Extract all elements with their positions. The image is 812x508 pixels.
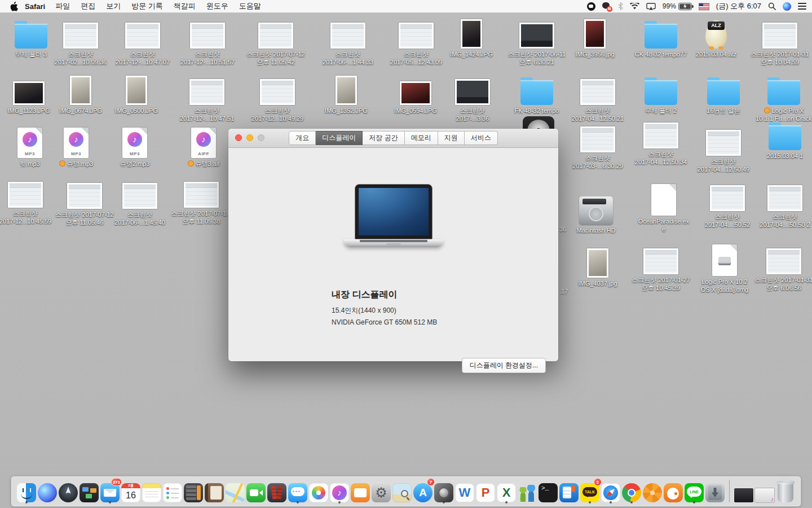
desktop-icon-screenshot-2017-03-6-30-29[interactable]: 스크린샷2017-03-...6.30.29	[565, 120, 630, 170]
dock-downloads[interactable]	[705, 480, 725, 502]
wifi-icon[interactable]	[630, 3, 639, 10]
siri-icon[interactable]	[783, 2, 791, 11]
desktop-icon-screenshot-2017-12-10-51-57[interactable]: 스크린샷2017-12-...10.51.57	[175, 16, 240, 66]
window-tab-3[interactable]: 메모리	[405, 131, 438, 145]
window-tab-2[interactable]: 저장 공간	[363, 131, 404, 145]
desktop-icon-folder-2015-03-04-1[interactable]: 2015.03.04 1	[752, 117, 812, 160]
dock-ibooks[interactable]	[351, 480, 370, 502]
menu-item-2[interactable]: 보기	[106, 1, 121, 11]
menu-item-5[interactable]: 윈도우	[206, 1, 228, 11]
desktop-icon-screenshot-2017-04-50-50-2[interactable]: 스크린샷2017-04....50.50 2	[752, 178, 812, 229]
dock-contacts[interactable]	[205, 480, 224, 502]
desktop-icon-folder-fk-48-32-tempo[interactable]: FK 48-32 tempo	[504, 72, 570, 115]
desktop-icon-alz-2015-03-04[interactable]: 2015.03.04.alz	[683, 16, 749, 58]
dock-notes[interactable]	[142, 480, 161, 502]
kakaotalk-status-icon[interactable]: N	[602, 2, 611, 11]
dock-chrome[interactable]	[622, 480, 641, 502]
dock-finder[interactable]	[17, 480, 36, 502]
dock-logic-pro-x[interactable]	[434, 480, 453, 502]
desktop-icon-screenshot-2017-12-10-49-29[interactable]: 스크린샷2017-12...10.49.29	[245, 72, 310, 122]
menu-bar-clock[interactable]: (금) 오후 6:07	[716, 1, 761, 11]
window-title-bar[interactable]: 개요디스플레이저장 공간메모리지원서비스	[228, 129, 558, 148]
desktop-icon-img-1352-jpg[interactable]: IMG_1352.JPG	[314, 72, 379, 115]
input-language-flag-icon[interactable]	[699, 3, 709, 10]
dock-photo-booth[interactable]	[267, 480, 286, 502]
desktop-icon-screenshot-2017-12-10-47-51[interactable]: 스크린샷2017-12-...10.47.51	[174, 72, 240, 122]
active-app-name[interactable]: Safari	[25, 2, 45, 11]
menu-item-1[interactable]: 편집	[81, 1, 95, 11]
desktop-icon-screenshot-2017-12-10-45-59[interactable]: 스크린샷2017-12...10.45.59	[0, 175, 58, 225]
dock-powerpoint[interactable]: P	[476, 480, 495, 502]
window-tab-1[interactable]: 디스플레이	[316, 131, 363, 145]
display-preferences-button[interactable]: 디스플레이 환경설정...	[462, 358, 546, 373]
dock-app-store[interactable]: 7	[413, 480, 433, 502]
desktop-icon-screenshot-2017-04-12-50-49[interactable]: 스크린샷2017-04...12.50.49	[691, 123, 756, 173]
desktop-icon-screenshot-2017-01-31-10-04-59[interactable]: 스크린샷 2017-01-31오후 10.04.59	[747, 16, 812, 66]
desktop-icon-screenshot-2017-06-1-44-33[interactable]: 스크린샷2017-06-...1.44.33	[315, 16, 381, 66]
dock-word[interactable]: W	[455, 480, 474, 502]
apple-menu-icon[interactable]	[10, 2, 18, 11]
desktop-icon-screenshot-2017-04-12-50-21[interactable]: 스크린샷2017-04...12.50.21	[565, 72, 630, 122]
menu-item-0[interactable]: 파일	[55, 1, 70, 11]
dock-minimized-window-dark[interactable]	[734, 480, 753, 502]
desktop-icon-folder-16-japan[interactable]: 16년도 일본	[691, 72, 756, 115]
desktop-icon-img-3956-jpg[interactable]: IMG_3956.jpg	[562, 16, 628, 58]
menu-item-3[interactable]: 방문 기록	[131, 1, 163, 11]
desktop-icon-screenshot-2017-3-36[interactable]: 스크린샷2017-...3.36	[440, 72, 505, 122]
dock-calculator[interactable]	[184, 480, 203, 502]
dock-calendar[interactable]: 2월16	[121, 480, 140, 502]
desktop-icon-screenshot-2017-01-31-6-06-56[interactable]: 스크린샷 2017-01-31오후 6.06.56	[751, 242, 812, 292]
window-tab-4[interactable]: 지원	[438, 131, 465, 145]
dock-system-preferences[interactable]	[372, 480, 391, 502]
desktop-icon-img-0500-jpg[interactable]: IMG_0500.JPG	[104, 72, 169, 115]
notification-center-icon[interactable]	[798, 3, 806, 10]
dock-minimized-window-light[interactable]	[755, 480, 774, 502]
desktop-icon-folder-logic-pro-x-crack[interactable]: Logic Pro X10.1.1 Fu...on Crack	[751, 72, 812, 122]
dock-launchpad[interactable]	[59, 480, 78, 502]
dock-gom-player[interactable]	[664, 480, 683, 502]
dock-terminal[interactable]	[539, 480, 558, 502]
dock-facetime[interactable]	[246, 480, 266, 502]
window-tab-5[interactable]: 서비스	[465, 131, 498, 145]
bluetooth-icon[interactable]	[618, 2, 623, 10]
dock-safari[interactable]	[601, 480, 620, 502]
desktop-icon-oceanparadise-exe[interactable]: OceanParadise.exe	[631, 179, 696, 233]
close-button[interactable]	[235, 134, 242, 141]
dock-messenger[interactable]	[518, 480, 537, 502]
dock-reminders[interactable]	[163, 480, 182, 502]
dock-photos[interactable]	[309, 480, 328, 502]
desktop-icon-folder-untitled-2[interactable]: 무제 폴더 2	[628, 72, 694, 115]
minimize-button[interactable]	[246, 134, 253, 141]
desktop-icon-screenshot-2017-06-1-45-40[interactable]: 스크린샷2017-06-...1.45.40	[107, 176, 173, 226]
dock-kakaotalk[interactable]: TALK2	[580, 480, 599, 502]
desktop-icon-img-4037-jpg[interactable]: IMG_4037.jpg	[565, 242, 630, 287]
dock-preview[interactable]	[392, 480, 412, 502]
desktop-icon-screenshot-2017-04-12-50-34[interactable]: 스크린샷2017-04...12.50.34	[628, 116, 694, 166]
desktop-icon-screenshot-2017-12-10-47-07[interactable]: 스크린샷2017-12-...10.47.07	[110, 16, 175, 66]
desktop-icon-logic-pro-dmg[interactable]: Logic Pro X 10.2OS X [dada].dmg	[692, 240, 757, 294]
desktop-icon-mp3-shutaeng2[interactable]: MP3슈탱2.mp3	[102, 125, 167, 168]
dock-itunes[interactable]	[330, 480, 349, 502]
desktop-icon-macintosh-hd[interactable]: Macintosh HD	[563, 182, 629, 234]
desktop-icon-screenshot-2017-02-10-09-36[interactable]: 스크린샷2017-02...10.09.36	[48, 16, 113, 66]
desktop-icon-aiff-shutaeng3[interactable]: AIFF슈탱3.aif	[171, 125, 236, 168]
desktop-icon-screenshot-2017-01-27-10-45-39[interactable]: 스크린샷 2017-01-27오후 10.45.39	[628, 242, 694, 292]
desktop-icon-screenshot-2017-04-50-52[interactable]: 스크린샷2017-04....50.52	[695, 178, 760, 229]
spotlight-icon[interactable]	[768, 2, 776, 10]
dock-siri[interactable]	[38, 480, 57, 502]
dock-line[interactable]: LINE	[685, 480, 704, 502]
dock-trash[interactable]	[776, 480, 795, 502]
desktop-icon-mp3-shutaeng[interactable]: MP3슈탱.mp3	[43, 125, 109, 168]
airplay-icon[interactable]	[646, 3, 656, 10]
dock-document-app[interactable]	[559, 480, 579, 502]
dock-maps[interactable]	[226, 480, 245, 502]
battery-indicator[interactable]: 99%	[663, 2, 692, 10]
dock-messages[interactable]	[288, 480, 307, 502]
dock-mail[interactable]: 373	[100, 480, 120, 502]
line-status-icon[interactable]	[587, 2, 595, 11]
menu-item-6[interactable]: 도움말	[239, 1, 261, 11]
desktop-icon-screenshot-2017-07-12-11-05-42[interactable]: 스크린샷 2017-07-12오후 11.05.42	[243, 16, 308, 66]
desktop-icon-img-1424-jpg[interactable]: IMG_1424.JPG	[439, 16, 504, 58]
desktop-icon-screenshot-2017-07-11-05-38[interactable]: 스크린샷 2017-07-1...오후 11.05.38	[169, 175, 234, 225]
dock-excel[interactable]: X	[497, 480, 516, 502]
